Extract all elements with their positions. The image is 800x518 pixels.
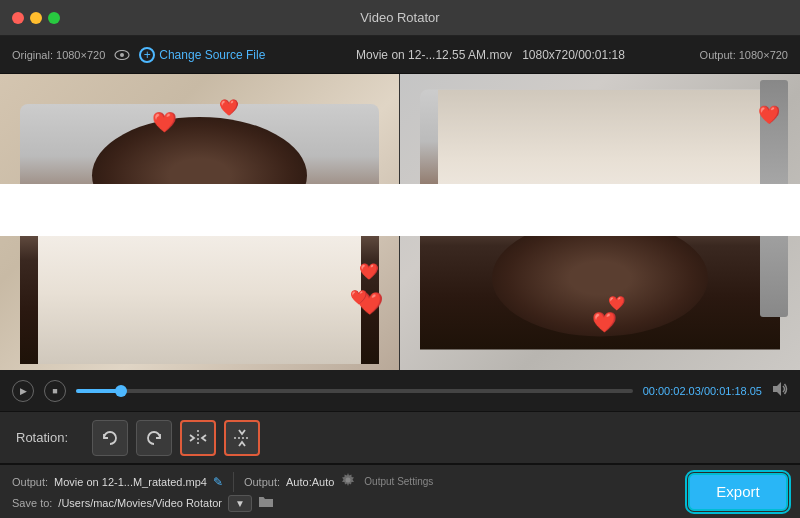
output-filename: Movie on 12-1...M_ratated.mp4 [54,476,207,488]
output-settings-label: Output: [244,476,280,488]
rotation-label: Rotation: [16,430,76,445]
rotate-ccw-button[interactable] [92,420,128,456]
rotate-cw-button[interactable] [136,420,172,456]
stop-button[interactable]: ■ [44,380,66,402]
output-label: Output: [12,476,48,488]
flip-horizontal-button[interactable] [180,420,216,456]
play-button[interactable]: ▶ [12,380,34,402]
export-button[interactable]: Export [688,473,788,511]
titlebar: Video Rotator [0,0,800,36]
playback-bar: ▶ ■ 00:00:02.03/00:01:18.05 [0,370,800,412]
change-source-button[interactable]: + Change Source File [139,47,265,63]
bottom-bar: Output: Movie on 12-1...M_ratated.mp4 ✎ … [0,464,800,518]
svg-marker-2 [773,382,781,396]
progress-bar[interactable] [76,389,633,393]
filename-display: Movie on 12-...12.55 AM.mov 1080x720/00:… [289,48,691,62]
progress-thumb[interactable] [115,385,127,397]
plus-circle-icon: + [139,47,155,63]
flip-vertical-button[interactable] [224,420,260,456]
gear-icon[interactable] [340,472,356,491]
output-settings-section-label: Output Settings [364,476,433,487]
eye-icon[interactable] [113,46,131,64]
rotation-bar: Rotation: [0,412,800,464]
folder-icon[interactable] [258,495,274,512]
edit-icon[interactable]: ✎ [213,475,223,489]
topbar: Original: 1080×720 + Change Source File … [0,36,800,74]
save-to-label: Save to: [12,497,52,509]
save-path-dropdown[interactable]: ▼ [228,495,252,512]
preview-area: ❤️ ❤️ ❤️ ❤️ ❤️ ❤️ ❤️ ❤️ [0,74,800,370]
time-display: 00:00:02.03/00:01:18.05 [643,385,762,397]
svg-point-1 [120,53,124,57]
minimize-button[interactable] [30,12,42,24]
privacy-bar [0,184,800,236]
traffic-lights [12,12,60,24]
save-path-value: /Users/mac/Movies/Video Rotator [58,497,222,509]
volume-icon[interactable] [772,381,788,400]
original-resolution: Original: 1080×720 [12,49,105,61]
app-title: Video Rotator [360,10,439,25]
bottom-row-2: Save to: /Users/mac/Movies/Video Rotator… [12,495,788,512]
bottom-row-1: Output: Movie on 12-1...M_ratated.mp4 ✎ … [12,472,788,492]
maximize-button[interactable] [48,12,60,24]
divider [233,472,234,492]
output-settings-value: Auto:Auto [286,476,334,488]
output-resolution: Output: 1080×720 [700,49,788,61]
close-button[interactable] [12,12,24,24]
bottom-content: Output: Movie on 12-1...M_ratated.mp4 ✎ … [12,472,788,512]
